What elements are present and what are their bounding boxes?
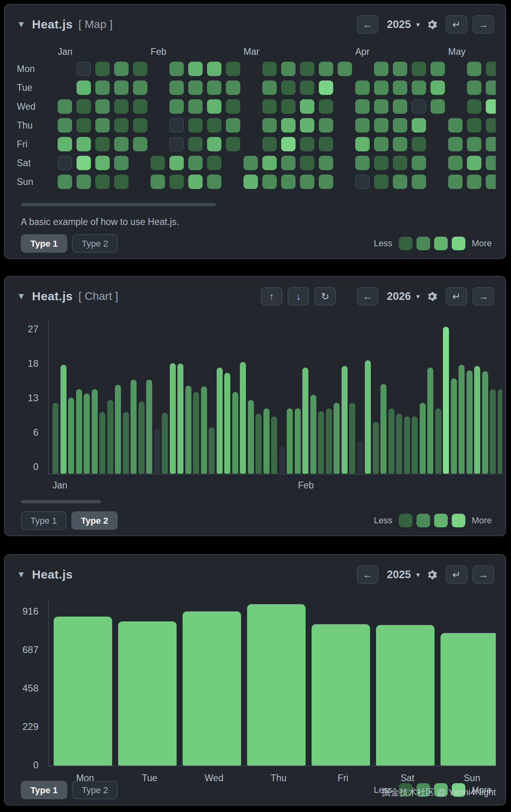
heat-cell[interactable] — [133, 99, 147, 114]
collapse-icon[interactable]: ▼ — [17, 291, 26, 301]
year-picker[interactable]: 2025 ▼ — [387, 18, 437, 31]
heat-cell[interactable] — [281, 62, 296, 76]
heat-cell[interactable] — [95, 62, 110, 76]
chart-bar[interactable] — [365, 360, 371, 474]
type1-button[interactable]: Type 1 — [21, 781, 67, 799]
heat-cell[interactable] — [374, 99, 388, 114]
heat-cell[interactable] — [486, 62, 496, 76]
heat-cell[interactable] — [188, 118, 203, 133]
previous-year-button[interactable]: ← — [357, 287, 378, 306]
refresh-button[interactable]: ↻ — [314, 287, 336, 306]
heat-cell[interactable] — [58, 137, 72, 151]
heat-cell[interactable] — [355, 80, 370, 95]
heat-cell[interactable] — [76, 156, 91, 170]
next-year-button[interactable]: → — [473, 15, 494, 34]
heat-cell[interactable] — [188, 137, 203, 151]
chart-bar[interactable] — [240, 362, 246, 474]
heat-cell[interactable] — [319, 80, 333, 95]
weekday-bar[interactable] — [54, 617, 112, 766]
weekday-bar[interactable] — [312, 624, 370, 766]
heat-cell[interactable] — [188, 62, 203, 76]
heat-cell[interactable] — [448, 137, 463, 151]
heat-cell[interactable] — [300, 137, 314, 151]
heat-cell[interactable] — [207, 80, 221, 95]
chart-bar[interactable] — [52, 403, 58, 474]
weekday-bar[interactable] — [376, 625, 435, 766]
heat-cell[interactable] — [374, 175, 388, 189]
type2-button[interactable]: Type 2 — [72, 781, 118, 799]
scrollbar-thumb[interactable] — [21, 500, 101, 503]
year-picker[interactable]: 2025 ▼ — [387, 569, 437, 581]
chart-bar[interactable] — [248, 400, 254, 474]
heat-cell[interactable] — [76, 175, 91, 189]
chart-bar[interactable] — [357, 441, 363, 474]
heat-cell[interactable] — [114, 118, 129, 133]
heat-cell[interactable] — [114, 175, 129, 189]
chart-bar[interactable] — [295, 408, 301, 474]
heat-cell[interactable] — [393, 80, 407, 95]
heat-cell[interactable] — [355, 137, 370, 151]
heat-cell[interactable] — [133, 80, 147, 95]
heat-cell[interactable] — [486, 99, 496, 114]
heat-cell[interactable] — [467, 62, 481, 76]
chart-bar[interactable] — [224, 373, 230, 474]
weekday-bar[interactable] — [247, 604, 306, 766]
heat-cell[interactable] — [374, 156, 388, 170]
heat-cell[interactable] — [374, 62, 388, 76]
chart-bar[interactable] — [271, 416, 277, 474]
scrollbar-thumb[interactable] — [21, 203, 216, 206]
heat-cell[interactable] — [262, 80, 277, 95]
chart-bar[interactable] — [154, 428, 160, 474]
weekday-bar[interactable] — [118, 621, 177, 766]
heat-cell[interactable] — [207, 175, 221, 189]
heat-cell[interactable] — [448, 175, 463, 189]
chart-bar[interactable] — [193, 392, 199, 474]
heat-cell[interactable] — [151, 156, 165, 170]
heat-cell[interactable] — [393, 99, 407, 114]
chart-bar[interactable] — [451, 378, 457, 474]
heat-cell[interactable] — [281, 156, 296, 170]
heat-cell[interactable] — [58, 99, 72, 114]
chart-bar[interactable] — [123, 412, 129, 474]
chart-bar[interactable] — [201, 386, 207, 474]
chart-bar[interactable] — [467, 370, 473, 474]
chart-bar[interactable] — [99, 412, 105, 474]
heat-cell[interactable] — [319, 137, 333, 151]
heat-cell[interactable] — [486, 80, 496, 95]
chart-bar[interactable] — [482, 371, 488, 474]
heat-cell[interactable] — [319, 118, 333, 133]
chart-bar[interactable] — [177, 364, 183, 474]
heat-cell[interactable] — [431, 99, 445, 114]
scroll-down-button[interactable]: ↓ — [288, 287, 309, 306]
heat-cell[interactable] — [300, 175, 314, 189]
chart-bar[interactable] — [185, 386, 191, 474]
heat-cell[interactable] — [281, 137, 296, 151]
heat-cell[interactable] — [133, 62, 147, 76]
heat-cell[interactable] — [467, 99, 481, 114]
weekday-bar[interactable] — [183, 611, 241, 766]
heat-cell[interactable] — [114, 99, 129, 114]
heat-cell[interactable] — [281, 80, 296, 95]
heat-cell[interactable] — [169, 62, 184, 76]
heat-cell[interactable] — [355, 175, 370, 189]
heat-cell[interactable] — [393, 118, 407, 133]
heat-cell[interactable] — [355, 156, 370, 170]
heat-cell[interactable] — [412, 137, 426, 151]
type1-button[interactable]: Type 1 — [21, 511, 66, 530]
heat-cell[interactable] — [262, 118, 277, 133]
heat-cell[interactable] — [300, 99, 314, 114]
chart-bar[interactable] — [334, 403, 340, 474]
heat-cell[interactable] — [133, 118, 147, 133]
heat-cell[interactable] — [114, 156, 129, 170]
chart-bar[interactable] — [326, 408, 332, 474]
heat-cell[interactable] — [262, 156, 277, 170]
heat-cell[interactable] — [188, 80, 203, 95]
heat-cell[interactable] — [300, 156, 314, 170]
heat-cell[interactable] — [300, 118, 314, 133]
heat-cell[interactable] — [467, 118, 481, 133]
chart-bar[interactable] — [396, 414, 402, 474]
heat-cell[interactable] — [169, 137, 184, 151]
heat-cell[interactable] — [207, 137, 221, 151]
chart-bar[interactable] — [342, 366, 348, 474]
heat-cell[interactable] — [486, 175, 496, 189]
